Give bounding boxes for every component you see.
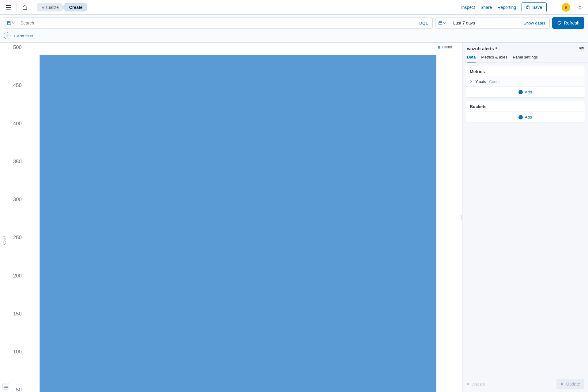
discard-button: Discard (466, 382, 485, 386)
disk-icon (7, 21, 11, 25)
svg-point-16 (580, 48, 581, 49)
tab-panel-settings[interactable]: Panel settings (513, 53, 538, 62)
divider (17, 3, 17, 12)
discard-label: Discard (471, 382, 485, 386)
avatar[interactable]: a (562, 3, 570, 12)
query-bar: DQL Last 7 days Show dates Refresh (0, 15, 588, 31)
metrics-card: Metrics Y-axis Count + Add (466, 66, 585, 98)
saved-queries-button[interactable] (4, 17, 17, 28)
tab-data[interactable]: Data (467, 53, 476, 62)
refresh-label: Refresh (564, 21, 579, 25)
svg-text:200: 200 (13, 273, 22, 279)
update-button: Update (556, 379, 584, 389)
play-icon (561, 382, 564, 386)
breadcrumb-visualize[interactable]: Visualize (37, 3, 64, 12)
svg-text:300: 300 (13, 197, 22, 202)
home-button[interactable] (20, 2, 30, 12)
buckets-title: Buckets (466, 101, 585, 111)
newsfeed-icon (577, 5, 583, 10)
panel-options-button[interactable] (579, 47, 584, 51)
calendar-icon (438, 21, 443, 25)
dql-toggle[interactable]: DQL (415, 17, 432, 28)
breadcrumb-create: Create (62, 3, 87, 12)
share-link[interactable]: Share (481, 5, 492, 10)
newsfeed-button[interactable] (576, 3, 584, 12)
plus-icon: + (518, 90, 523, 94)
legend-label: Count (442, 45, 452, 49)
chart-plot: 050100150200250300350400450500 (7, 44, 456, 392)
svg-text:100: 100 (13, 349, 22, 355)
header-left: Visualize Create (4, 2, 87, 12)
index-pattern-name[interactable]: wazuh-alerts-* (467, 46, 497, 51)
divider (554, 3, 554, 12)
svg-point-17 (581, 49, 582, 50)
divider (33, 3, 33, 12)
panel-resize-handle[interactable] (460, 43, 462, 392)
svg-text:500: 500 (13, 44, 22, 50)
svg-text:50: 50 (16, 387, 22, 392)
legend-swatch (438, 46, 440, 49)
show-dates-link[interactable]: Show dates (519, 17, 550, 28)
menu-toggle-button[interactable] (4, 2, 13, 12)
add-filter-button[interactable]: + Add filter (13, 34, 33, 38)
breadcrumb: Visualize Create (37, 3, 87, 12)
save-label: Save (532, 5, 542, 10)
metric-agg-label: Count (489, 79, 500, 84)
filter-bar: + Add filter (0, 31, 588, 43)
search-group: DQL (4, 17, 433, 29)
bar-chart-svg: 050100150200250300350400450500 (7, 44, 456, 392)
sliders-icon (579, 47, 584, 51)
svg-rect-14 (40, 55, 436, 392)
home-icon (22, 5, 28, 10)
close-icon (466, 383, 469, 386)
chart-container: Count 050100150200250300350400450500 📍 A… (0, 43, 460, 392)
tab-metrics-axes[interactable]: Metrics & axes (481, 53, 507, 62)
search-input[interactable] (17, 17, 415, 28)
filter-options-button[interactable] (4, 32, 10, 39)
editor-tabs: Data Metrics & axes Panel settings (463, 53, 588, 63)
add-label: Add (525, 90, 532, 94)
svg-rect-2 (439, 22, 442, 25)
metric-yaxis-count[interactable]: Y-axis Count (466, 77, 585, 86)
editor-footer: Discard Update (463, 376, 588, 392)
editor-body: Metrics Y-axis Count + Add Buckets + A (463, 63, 588, 376)
quick-time-button[interactable] (435, 17, 449, 28)
svg-text:250: 250 (13, 235, 22, 240)
svg-point-0 (578, 5, 582, 9)
chevron-down-icon (12, 22, 14, 24)
metrics-title: Metrics (466, 66, 585, 77)
chevron-right-icon (470, 80, 472, 83)
metric-axis-label: Y-axis (475, 79, 486, 84)
header-right: Inspect Share Reporting Save a (461, 2, 584, 12)
chart-legend[interactable]: Count (436, 44, 453, 50)
save-button[interactable]: Save (522, 2, 547, 12)
top-header: Visualize Create Inspect Share Reporting… (0, 0, 588, 15)
chart-area: Count 050100150200250300350400450500 (1, 44, 456, 392)
svg-text:350: 350 (13, 159, 22, 164)
inspect-link[interactable]: Inspect (461, 5, 475, 10)
time-picker-group: Last 7 days Show dates (435, 17, 550, 29)
add-metric-button[interactable]: + Add (466, 86, 585, 97)
filter-icon (6, 34, 9, 38)
add-bucket-button[interactable]: + Add (466, 111, 585, 123)
refresh-icon (557, 21, 561, 25)
svg-text:450: 450 (13, 82, 22, 88)
visualization-pane: Count 050100150200250300350400450500 📍 A… (0, 43, 460, 392)
hamburger-icon (6, 5, 11, 9)
refresh-button[interactable]: Refresh (552, 17, 584, 29)
plus-icon: + (518, 115, 523, 119)
buckets-card: Buckets + Add (466, 101, 585, 123)
legend-toggle-button[interactable] (2, 383, 9, 390)
svg-point-1 (579, 6, 581, 8)
drag-handle-icon (461, 215, 462, 220)
time-range-label[interactable]: Last 7 days (449, 17, 519, 28)
svg-text:400: 400 (13, 121, 22, 126)
editor-side-panel: wazuh-alerts-* Data Metrics & axes Panel… (462, 43, 588, 392)
list-icon (4, 385, 8, 388)
save-icon (526, 5, 530, 9)
index-pattern-row: wazuh-alerts-* (463, 43, 588, 53)
main: Count 050100150200250300350400450500 📍 A… (0, 43, 588, 392)
chevron-down-icon (443, 22, 446, 24)
reporting-link[interactable]: Reporting (497, 5, 516, 10)
add-label: Add (525, 115, 532, 119)
